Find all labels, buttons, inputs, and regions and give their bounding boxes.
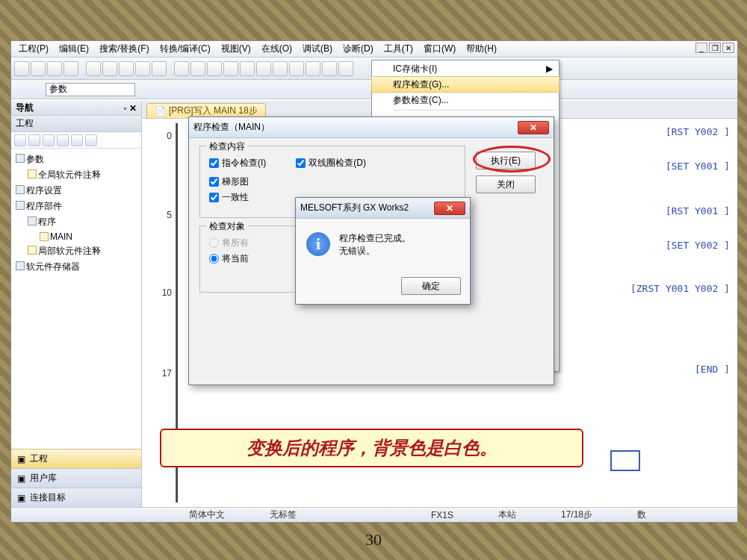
tb-d-icon[interactable] xyxy=(223,61,238,76)
ladder-instruction: [ZRST Y001 Y002 ] xyxy=(630,283,730,294)
page-number: 30 xyxy=(0,530,747,550)
window-controls: _ ❐ ✕ xyxy=(695,43,734,53)
tb-redo-icon[interactable] xyxy=(152,61,167,76)
tree-item[interactable]: 参数 xyxy=(13,152,140,167)
msg-title: MELSOFT系列 GX Works2 xyxy=(300,202,409,214)
tb-b-icon[interactable] xyxy=(190,61,205,76)
menu-project[interactable]: 工程(P) xyxy=(14,41,53,57)
tb-print-icon[interactable] xyxy=(63,61,78,76)
ladder-instruction: [RST Y002 ] xyxy=(666,126,730,137)
check-content-legend: 检查内容 xyxy=(206,140,248,153)
menu-edit[interactable]: 编辑(E) xyxy=(55,41,93,57)
menu-tools[interactable]: 工具(T) xyxy=(379,41,418,57)
menu-compile[interactable]: 转换/编译(C) xyxy=(155,41,215,57)
param-select-value: 参数 xyxy=(49,83,67,96)
chk-double-coil[interactable]: 双线圈检查(D) xyxy=(296,157,366,169)
menu-debug[interactable]: 调试(B) xyxy=(298,41,337,57)
menubar: 工程(P) 编辑(E) 搜索/替换(F) 转换/编译(C) 视图(V) 在线(O… xyxy=(11,41,737,57)
nav-bottom-button[interactable]: ▣连接目标 xyxy=(11,488,141,507)
status-tag: 无标签 xyxy=(270,508,297,521)
dialog-title: 程序检查（MAIN） xyxy=(193,121,270,134)
tb-a-icon[interactable] xyxy=(174,61,189,76)
menu-item[interactable]: IC存储卡(I)▶ xyxy=(372,60,559,77)
ladder-instruction: [SET Y002 ] xyxy=(666,240,730,251)
tb-f-icon[interactable] xyxy=(256,61,271,76)
msg-titlebar[interactable]: MELSOFT系列 GX Works2 ✕ xyxy=(296,198,470,219)
rung-number: 17 xyxy=(146,368,176,379)
nav-ic4-icon[interactable] xyxy=(57,134,69,146)
menu-item[interactable]: 程序检查(G)... xyxy=(371,76,560,93)
annotation-text: 变换后的程序，背景色是白色。 xyxy=(247,436,498,460)
chk-ladder[interactable]: 梯形图 xyxy=(209,175,456,188)
close-button[interactable]: ✕ xyxy=(722,43,734,53)
tb-c-icon[interactable] xyxy=(207,61,222,76)
tb-copy-icon[interactable] xyxy=(102,61,117,76)
tab-main[interactable]: 📄 [PRG]写入 MAIN 18步 xyxy=(146,103,266,118)
restore-button[interactable]: ❐ xyxy=(709,43,721,53)
param-select[interactable]: 参数 xyxy=(46,83,135,96)
menu-item[interactable]: 参数检查(C)... xyxy=(372,92,559,108)
tree-item[interactable]: 程序 xyxy=(13,214,140,230)
ladder-instruction: [RST Y001 ] xyxy=(666,205,730,217)
nav-ic3-icon[interactable] xyxy=(43,134,55,146)
min-button[interactable]: _ xyxy=(695,43,707,53)
msg-close-icon[interactable]: ✕ xyxy=(434,202,465,215)
nav-bottom-button[interactable]: ▣工程 xyxy=(11,449,141,468)
nav-bottom-button[interactable]: ▣用户库 xyxy=(11,468,141,488)
tree-item[interactable]: 全局软元件注释 xyxy=(13,167,140,183)
tb-h-icon[interactable] xyxy=(289,61,304,76)
nav-ic6-icon[interactable] xyxy=(85,134,97,146)
msg-line1: 程序检查已完成。 xyxy=(339,232,411,245)
nav-bottom: ▣工程▣用户库▣连接目标 xyxy=(11,449,141,507)
menu-search[interactable]: 搜索/替换(F) xyxy=(95,41,154,57)
tb-e-icon[interactable] xyxy=(240,61,255,76)
execute-button[interactable]: 执行(E) xyxy=(476,152,536,169)
tb-new-icon[interactable] xyxy=(14,61,29,76)
msg-line2: 无错误。 xyxy=(339,245,411,258)
check-target-legend: 检查对象 xyxy=(206,220,248,233)
tb-i-icon[interactable] xyxy=(306,61,320,76)
tb-k-icon[interactable] xyxy=(338,61,353,76)
nav-tree: 参数全局软元件注释程序设置程序部件程序MAIN局部软元件注释软元件存储器 xyxy=(11,149,141,449)
tb-open-icon[interactable] xyxy=(31,61,46,76)
menu-online[interactable]: 在线(O) xyxy=(257,41,297,57)
tb-j-icon[interactable] xyxy=(322,61,337,76)
menu-help[interactable]: 帮助(H) xyxy=(462,41,501,57)
nav-header: 导航 ▫ ✕ xyxy=(11,101,141,116)
nav-ic5-icon[interactable] xyxy=(71,134,83,146)
tb-save-icon[interactable] xyxy=(47,61,62,76)
status-step: 17/18步 xyxy=(561,508,592,521)
dialog-close-icon[interactable]: ✕ xyxy=(518,121,549,134)
chk-instruction[interactable]: 指令检查(I) xyxy=(209,157,266,169)
rung-number: 0 xyxy=(146,131,176,141)
tree-item[interactable]: MAIN xyxy=(13,230,140,243)
menu-diagnose[interactable]: 诊断(D) xyxy=(338,41,378,57)
nav-icon-row xyxy=(11,132,141,149)
tree-item[interactable]: 程序部件 xyxy=(13,199,140,214)
nav-ic2-icon[interactable] xyxy=(28,134,40,146)
status-lang: 简体中文 xyxy=(189,508,225,521)
dialog-titlebar[interactable]: 程序检查（MAIN） ✕ xyxy=(189,117,554,138)
close-button[interactable]: 关闭 xyxy=(476,175,536,193)
statusbar: 简体中文 无标签 FX1S 本站 17/18步 数 xyxy=(11,507,737,522)
end-coil xyxy=(610,450,640,471)
tb-paste-icon[interactable] xyxy=(119,61,134,76)
menu-window[interactable]: 窗口(W) xyxy=(419,41,460,57)
tb-undo-icon[interactable] xyxy=(135,61,150,76)
menu-view[interactable]: 视图(V) xyxy=(217,41,255,57)
tb-g-icon[interactable] xyxy=(273,61,288,76)
nav-ic1-icon[interactable] xyxy=(14,134,26,146)
tree-item[interactable]: 局部软元件注释 xyxy=(13,243,140,259)
tab-label: [PRG]写入 MAIN 18步 xyxy=(169,105,258,117)
nav-tab-project[interactable]: 工程 xyxy=(11,116,141,132)
ladder-instruction: [END ] xyxy=(695,364,730,375)
status-conn: 本站 xyxy=(498,508,516,521)
tree-item[interactable]: 程序设置 xyxy=(13,183,140,199)
info-icon: i xyxy=(306,232,330,256)
tb-cut-icon[interactable] xyxy=(86,61,101,76)
tree-item[interactable]: 软元件存储器 xyxy=(13,259,140,275)
nav-title: 导航 xyxy=(16,102,34,114)
nav-pin-close[interactable]: ▫ ✕ xyxy=(123,103,137,113)
ladder-instruction: [SET Y001 ] xyxy=(666,161,730,172)
ok-button[interactable]: 确定 xyxy=(401,277,461,295)
